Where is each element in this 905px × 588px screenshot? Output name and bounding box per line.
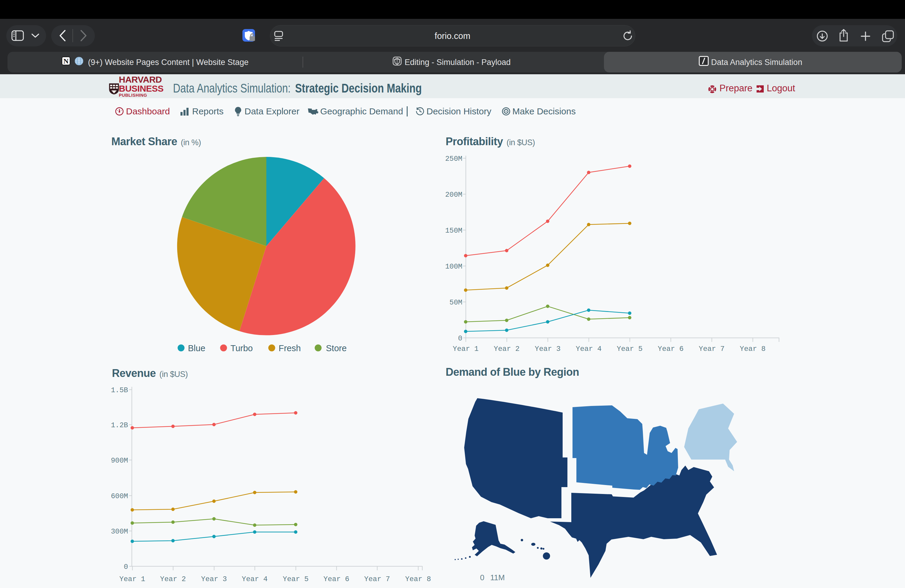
svg-text:Year 1: Year 1 bbox=[453, 345, 478, 353]
svg-text:Year 4: Year 4 bbox=[242, 575, 268, 583]
svg-text:Year 5: Year 5 bbox=[617, 345, 643, 353]
svg-text:Year 2: Year 2 bbox=[494, 345, 519, 353]
svg-text:Blue: Blue bbox=[188, 343, 205, 353]
svg-text:Year 2: Year 2 bbox=[160, 575, 186, 583]
svg-text:100M: 100M bbox=[445, 262, 462, 271]
svg-text:Year 3: Year 3 bbox=[201, 575, 227, 583]
svg-text:Year 8: Year 8 bbox=[405, 575, 431, 583]
svg-text:1.2B: 1.2B bbox=[111, 421, 128, 429]
svg-text:Store: Store bbox=[326, 343, 346, 353]
svg-text:Fresh: Fresh bbox=[279, 343, 301, 353]
svg-text:0: 0 bbox=[124, 563, 128, 571]
svg-text:300M: 300M bbox=[111, 528, 128, 536]
svg-text:Year 7: Year 7 bbox=[364, 575, 390, 583]
svg-text:Year 4: Year 4 bbox=[576, 345, 602, 353]
svg-text:600M: 600M bbox=[111, 492, 128, 500]
svg-text:250M: 250M bbox=[445, 155, 462, 163]
svg-text:Year 8: Year 8 bbox=[740, 345, 765, 353]
svg-text:Turbo: Turbo bbox=[230, 343, 253, 353]
svg-text:200M: 200M bbox=[445, 191, 462, 199]
svg-text:N: N bbox=[64, 57, 69, 65]
svg-text:0: 0 bbox=[458, 334, 462, 343]
svg-text:0: 0 bbox=[480, 573, 484, 582]
svg-text:Year 6: Year 6 bbox=[658, 345, 684, 353]
svg-text:1.5B: 1.5B bbox=[111, 386, 128, 394]
svg-text:Year 7: Year 7 bbox=[699, 345, 724, 353]
svg-text:900M: 900M bbox=[111, 456, 128, 465]
svg-text:Year 6: Year 6 bbox=[324, 575, 349, 583]
svg-text:150M: 150M bbox=[445, 227, 462, 235]
svg-text:Year 5: Year 5 bbox=[283, 575, 308, 583]
svg-text:11M: 11M bbox=[490, 573, 505, 582]
svg-text:Year 3: Year 3 bbox=[535, 345, 560, 353]
svg-text:50M: 50M bbox=[449, 299, 462, 307]
svg-text:Year 1: Year 1 bbox=[119, 575, 145, 583]
